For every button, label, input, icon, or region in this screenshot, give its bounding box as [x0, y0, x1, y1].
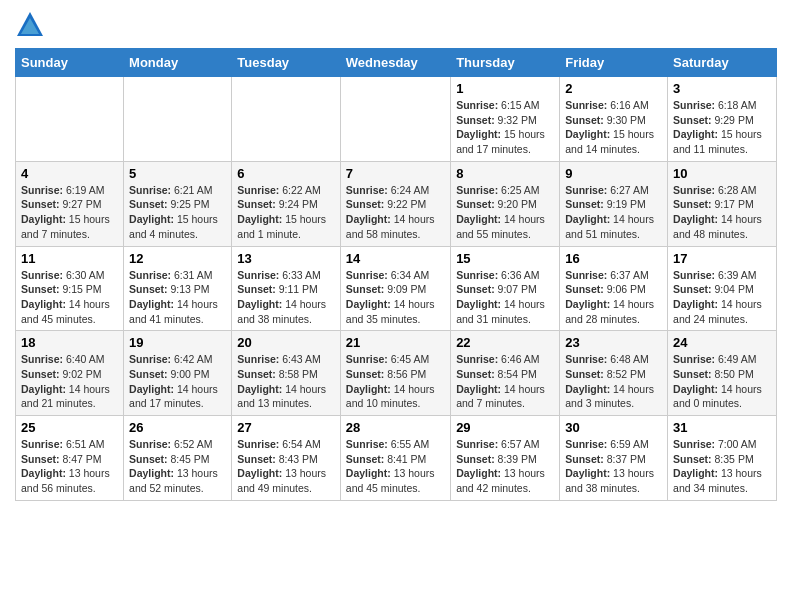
day-number: 5	[129, 166, 226, 181]
day-info: Sunrise: 6:21 AMSunset: 9:25 PMDaylight:…	[129, 183, 226, 242]
calendar-cell: 15Sunrise: 6:36 AMSunset: 9:07 PMDayligh…	[451, 246, 560, 331]
day-info: Sunrise: 6:25 AMSunset: 9:20 PMDaylight:…	[456, 183, 554, 242]
day-info: Sunrise: 6:59 AMSunset: 8:37 PMDaylight:…	[565, 437, 662, 496]
calendar-cell: 26Sunrise: 6:52 AMSunset: 8:45 PMDayligh…	[124, 416, 232, 501]
day-info: Sunrise: 6:16 AMSunset: 9:30 PMDaylight:…	[565, 98, 662, 157]
day-info: Sunrise: 6:19 AMSunset: 9:27 PMDaylight:…	[21, 183, 118, 242]
day-info: Sunrise: 6:27 AMSunset: 9:19 PMDaylight:…	[565, 183, 662, 242]
calendar-cell: 1Sunrise: 6:15 AMSunset: 9:32 PMDaylight…	[451, 77, 560, 162]
column-header-thursday: Thursday	[451, 49, 560, 77]
calendar-cell: 12Sunrise: 6:31 AMSunset: 9:13 PMDayligh…	[124, 246, 232, 331]
calendar-cell: 31Sunrise: 7:00 AMSunset: 8:35 PMDayligh…	[668, 416, 777, 501]
calendar-cell: 24Sunrise: 6:49 AMSunset: 8:50 PMDayligh…	[668, 331, 777, 416]
day-number: 15	[456, 251, 554, 266]
calendar-cell: 7Sunrise: 6:24 AMSunset: 9:22 PMDaylight…	[340, 161, 450, 246]
calendar-cell: 11Sunrise: 6:30 AMSunset: 9:15 PMDayligh…	[16, 246, 124, 331]
calendar-cell: 13Sunrise: 6:33 AMSunset: 9:11 PMDayligh…	[232, 246, 341, 331]
column-header-monday: Monday	[124, 49, 232, 77]
day-info: Sunrise: 6:33 AMSunset: 9:11 PMDaylight:…	[237, 268, 335, 327]
calendar-cell: 25Sunrise: 6:51 AMSunset: 8:47 PMDayligh…	[16, 416, 124, 501]
calendar-cell	[124, 77, 232, 162]
day-number: 14	[346, 251, 445, 266]
day-info: Sunrise: 6:45 AMSunset: 8:56 PMDaylight:…	[346, 352, 445, 411]
column-header-saturday: Saturday	[668, 49, 777, 77]
day-number: 1	[456, 81, 554, 96]
calendar-cell: 3Sunrise: 6:18 AMSunset: 9:29 PMDaylight…	[668, 77, 777, 162]
calendar-cell: 16Sunrise: 6:37 AMSunset: 9:06 PMDayligh…	[560, 246, 668, 331]
calendar-cell	[16, 77, 124, 162]
calendar-cell: 6Sunrise: 6:22 AMSunset: 9:24 PMDaylight…	[232, 161, 341, 246]
day-info: Sunrise: 6:42 AMSunset: 9:00 PMDaylight:…	[129, 352, 226, 411]
day-number: 25	[21, 420, 118, 435]
day-number: 2	[565, 81, 662, 96]
day-number: 29	[456, 420, 554, 435]
day-info: Sunrise: 6:40 AMSunset: 9:02 PMDaylight:…	[21, 352, 118, 411]
calendar-cell: 4Sunrise: 6:19 AMSunset: 9:27 PMDaylight…	[16, 161, 124, 246]
day-info: Sunrise: 6:22 AMSunset: 9:24 PMDaylight:…	[237, 183, 335, 242]
calendar-cell: 22Sunrise: 6:46 AMSunset: 8:54 PMDayligh…	[451, 331, 560, 416]
day-number: 28	[346, 420, 445, 435]
day-number: 17	[673, 251, 771, 266]
day-info: Sunrise: 6:24 AMSunset: 9:22 PMDaylight:…	[346, 183, 445, 242]
calendar-cell: 2Sunrise: 6:16 AMSunset: 9:30 PMDaylight…	[560, 77, 668, 162]
calendar-cell: 27Sunrise: 6:54 AMSunset: 8:43 PMDayligh…	[232, 416, 341, 501]
day-info: Sunrise: 6:39 AMSunset: 9:04 PMDaylight:…	[673, 268, 771, 327]
day-info: Sunrise: 6:18 AMSunset: 9:29 PMDaylight:…	[673, 98, 771, 157]
calendar-cell: 21Sunrise: 6:45 AMSunset: 8:56 PMDayligh…	[340, 331, 450, 416]
day-number: 24	[673, 335, 771, 350]
calendar-cell: 30Sunrise: 6:59 AMSunset: 8:37 PMDayligh…	[560, 416, 668, 501]
day-info: Sunrise: 6:57 AMSunset: 8:39 PMDaylight:…	[456, 437, 554, 496]
day-number: 16	[565, 251, 662, 266]
calendar-cell: 5Sunrise: 6:21 AMSunset: 9:25 PMDaylight…	[124, 161, 232, 246]
day-number: 4	[21, 166, 118, 181]
day-number: 9	[565, 166, 662, 181]
page-header	[15, 10, 777, 40]
day-info: Sunrise: 6:52 AMSunset: 8:45 PMDaylight:…	[129, 437, 226, 496]
day-info: Sunrise: 6:31 AMSunset: 9:13 PMDaylight:…	[129, 268, 226, 327]
calendar-header-row: SundayMondayTuesdayWednesdayThursdayFrid…	[16, 49, 777, 77]
day-info: Sunrise: 6:28 AMSunset: 9:17 PMDaylight:…	[673, 183, 771, 242]
calendar-cell: 8Sunrise: 6:25 AMSunset: 9:20 PMDaylight…	[451, 161, 560, 246]
day-info: Sunrise: 6:43 AMSunset: 8:58 PMDaylight:…	[237, 352, 335, 411]
calendar-cell: 17Sunrise: 6:39 AMSunset: 9:04 PMDayligh…	[668, 246, 777, 331]
day-number: 12	[129, 251, 226, 266]
day-number: 11	[21, 251, 118, 266]
column-header-sunday: Sunday	[16, 49, 124, 77]
day-number: 30	[565, 420, 662, 435]
calendar-cell: 9Sunrise: 6:27 AMSunset: 9:19 PMDaylight…	[560, 161, 668, 246]
calendar-table: SundayMondayTuesdayWednesdayThursdayFrid…	[15, 48, 777, 501]
day-number: 3	[673, 81, 771, 96]
calendar-week-row: 18Sunrise: 6:40 AMSunset: 9:02 PMDayligh…	[16, 331, 777, 416]
day-number: 13	[237, 251, 335, 266]
day-info: Sunrise: 6:55 AMSunset: 8:41 PMDaylight:…	[346, 437, 445, 496]
day-number: 7	[346, 166, 445, 181]
day-info: Sunrise: 6:49 AMSunset: 8:50 PMDaylight:…	[673, 352, 771, 411]
day-info: Sunrise: 6:15 AMSunset: 9:32 PMDaylight:…	[456, 98, 554, 157]
day-number: 20	[237, 335, 335, 350]
calendar-week-row: 11Sunrise: 6:30 AMSunset: 9:15 PMDayligh…	[16, 246, 777, 331]
day-info: Sunrise: 6:54 AMSunset: 8:43 PMDaylight:…	[237, 437, 335, 496]
calendar-cell	[340, 77, 450, 162]
calendar-cell: 10Sunrise: 6:28 AMSunset: 9:17 PMDayligh…	[668, 161, 777, 246]
day-info: Sunrise: 6:34 AMSunset: 9:09 PMDaylight:…	[346, 268, 445, 327]
column-header-wednesday: Wednesday	[340, 49, 450, 77]
day-info: Sunrise: 7:00 AMSunset: 8:35 PMDaylight:…	[673, 437, 771, 496]
day-number: 18	[21, 335, 118, 350]
calendar-cell: 29Sunrise: 6:57 AMSunset: 8:39 PMDayligh…	[451, 416, 560, 501]
day-number: 19	[129, 335, 226, 350]
logo	[15, 10, 49, 40]
day-number: 22	[456, 335, 554, 350]
column-header-tuesday: Tuesday	[232, 49, 341, 77]
calendar-cell: 14Sunrise: 6:34 AMSunset: 9:09 PMDayligh…	[340, 246, 450, 331]
calendar-cell: 18Sunrise: 6:40 AMSunset: 9:02 PMDayligh…	[16, 331, 124, 416]
calendar-week-row: 25Sunrise: 6:51 AMSunset: 8:47 PMDayligh…	[16, 416, 777, 501]
day-info: Sunrise: 6:51 AMSunset: 8:47 PMDaylight:…	[21, 437, 118, 496]
day-info: Sunrise: 6:30 AMSunset: 9:15 PMDaylight:…	[21, 268, 118, 327]
calendar-cell: 19Sunrise: 6:42 AMSunset: 9:00 PMDayligh…	[124, 331, 232, 416]
day-number: 27	[237, 420, 335, 435]
day-number: 6	[237, 166, 335, 181]
day-info: Sunrise: 6:46 AMSunset: 8:54 PMDaylight:…	[456, 352, 554, 411]
day-number: 31	[673, 420, 771, 435]
calendar-cell: 20Sunrise: 6:43 AMSunset: 8:58 PMDayligh…	[232, 331, 341, 416]
calendar-cell: 23Sunrise: 6:48 AMSunset: 8:52 PMDayligh…	[560, 331, 668, 416]
